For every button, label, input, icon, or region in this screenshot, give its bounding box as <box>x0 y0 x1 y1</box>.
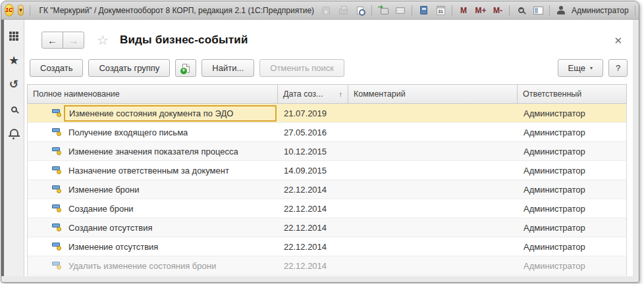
table-header: Полное наименование Дата соз... ↑ Коммен… <box>27 84 627 104</box>
event-name: Создание брони <box>68 204 134 214</box>
favorites-star-icon[interactable]: ★ <box>7 54 21 67</box>
table-row[interactable]: Изменение состояния документа по ЭДО 21.… <box>28 104 626 123</box>
close-form-icon[interactable]: ✕ <box>614 36 622 45</box>
cancel-search-button[interactable]: Отменить поиск <box>259 59 344 77</box>
event-name: Получение входящего письма <box>68 128 188 137</box>
save-icon[interactable] <box>318 4 334 17</box>
table-row[interactable]: Назначение ответственным за документ 14.… <box>28 161 626 180</box>
form-header: ← → ☆ Виды бизнес-событий ✕ <box>41 28 626 52</box>
help-button[interactable]: ? <box>608 59 628 77</box>
creation-date-cell: 22.12.2014 <box>278 199 348 218</box>
event-name: Назначение ответственным за документ <box>68 166 229 176</box>
table-row[interactable]: Удалить изменение состояния брони 22.12.… <box>28 256 626 275</box>
window-body: ★ ↺ ← → ☆ Виды бизнес-событий ✕ Создать … <box>1 20 639 276</box>
more-button[interactable]: Еще▾ <box>558 59 603 77</box>
search-icon[interactable] <box>7 103 21 116</box>
history-icon[interactable]: ↺ <box>7 78 21 91</box>
chevron-down-icon: ▾ <box>590 65 593 71</box>
table-row[interactable]: Изменение значения показателя процесса 1… <box>28 142 626 161</box>
creation-date-cell: 22.12.2014 <box>278 237 348 256</box>
creation-date-cell: 22.12.2014 <box>278 180 348 199</box>
creation-date-cell: 10.12.2015 <box>278 142 348 160</box>
info-icon[interactable]: i <box>639 4 639 17</box>
go-to-link-icon[interactable] <box>375 4 391 17</box>
event-name: Изменение брони <box>68 185 140 195</box>
calendar-icon[interactable]: 31 <box>433 4 448 17</box>
memory-m-plus-button[interactable]: М+ <box>473 4 489 17</box>
event-name: Изменение значения показателя процесса <box>68 147 238 156</box>
user-icon <box>553 4 569 17</box>
name-cell: Изменение отсутствия <box>28 237 278 256</box>
name-cell: Получение входящего письма <box>28 123 278 141</box>
column-header-date[interactable]: Дата соз... ↑ <box>278 85 348 103</box>
apps-grid-icon[interactable] <box>7 30 21 43</box>
get-link-icon[interactable] <box>392 4 408 17</box>
comment-cell <box>348 237 518 256</box>
notifications-bell-icon[interactable] <box>7 127 21 140</box>
print-icon[interactable] <box>335 4 351 17</box>
sort-asc-icon: ↑ <box>339 90 343 98</box>
form-area: ← → ☆ Виды бизнес-событий ✕ Создать Созд… <box>24 20 633 276</box>
name-cell: Создание отсутствия <box>28 218 278 237</box>
memory-m-button[interactable]: М <box>456 4 471 17</box>
split-window-icon[interactable] <box>530 4 546 17</box>
favorite-star-icon[interactable]: ☆ <box>97 34 109 47</box>
page-title: Виды бизнес-событий <box>120 34 248 47</box>
comment-cell <box>348 256 518 275</box>
table-row[interactable]: Изменение отсутствия 22.12.2014 Админист… <box>28 237 626 256</box>
zoom-icon[interactable]: + <box>513 4 529 17</box>
divider <box>30 5 30 16</box>
owner-cell: Администратор <box>518 161 626 179</box>
name-cell: Изменение значения показателя процесса <box>28 142 278 160</box>
window-title: ГК "Меркурий" / Документооборот 8 КОРП, … <box>39 6 314 15</box>
column-header-owner[interactable]: Ответственный <box>518 85 626 103</box>
table-row[interactable]: Изменение брони 22.12.2014 Администратор <box>28 180 626 199</box>
window-right-edge <box>633 20 639 276</box>
owner-cell: Администратор <box>518 218 626 237</box>
owner-cell: Администратор <box>518 237 626 256</box>
back-button[interactable]: ← <box>41 32 63 49</box>
creation-date-cell: 14.09.2015 <box>278 161 348 179</box>
create-group-button[interactable]: Создать группу <box>88 59 170 77</box>
create-button[interactable]: Создать <box>30 59 83 77</box>
divider <box>371 5 372 16</box>
calculator-icon[interactable] <box>416 4 431 17</box>
copy-icon <box>182 64 190 73</box>
divider <box>452 5 452 16</box>
name-cell: Создание брони <box>28 199 278 218</box>
find-button[interactable]: Найти... <box>201 59 254 77</box>
catalog-item-icon <box>52 242 63 251</box>
owner-cell: Администратор <box>518 123 626 141</box>
table-row[interactable]: Получение входящего письма 27.05.2016 Ад… <box>28 123 626 142</box>
event-name: Удалить изменение состояния брони <box>68 261 216 271</box>
main-menu-button[interactable]: ▼ <box>18 5 24 16</box>
catalog-item-icon <box>52 128 63 137</box>
titlebar-toolbar: 31 М М+ М- + Администратор i ▾ – ❐ ✕ <box>318 4 639 17</box>
comment-cell <box>348 104 518 122</box>
event-name: Изменение состояния документа по ЭДО <box>64 105 277 122</box>
app-window: 1С ▼ ГК "Меркурий" / Документооборот 8 К… <box>1 1 639 283</box>
forward-button[interactable]: → <box>63 32 84 49</box>
divider <box>549 5 550 16</box>
table-row[interactable]: Создание брони 22.12.2014 Администратор <box>28 199 626 218</box>
comment-cell <box>348 199 518 218</box>
nav-buttons: ← → <box>41 32 84 49</box>
comment-cell <box>348 161 518 179</box>
column-header-name[interactable]: Полное наименование <box>28 85 278 103</box>
divider <box>412 5 412 16</box>
divider <box>635 5 635 16</box>
owner-cell: Администратор <box>518 256 626 275</box>
events-table: Полное наименование Дата соз... ↑ Коммен… <box>27 84 627 275</box>
column-header-comment[interactable]: Комментарий <box>348 85 518 103</box>
catalog-item-icon <box>52 166 63 175</box>
event-name: Изменение отсутствия <box>68 242 158 252</box>
copy-button[interactable] <box>175 59 196 77</box>
name-cell: Изменение брони <box>28 180 278 199</box>
table-row[interactable]: Создание отсутствия 22.12.2014 Администр… <box>28 218 626 237</box>
creation-date-cell: 27.05.2016 <box>278 123 348 141</box>
1c-logo-icon: 1С <box>5 4 14 16</box>
memory-m-minus-button[interactable]: М- <box>490 4 506 17</box>
current-user[interactable]: Администратор <box>572 6 629 15</box>
owner-cell: Администратор <box>518 104 626 122</box>
print-preview-icon[interactable] <box>352 4 368 17</box>
